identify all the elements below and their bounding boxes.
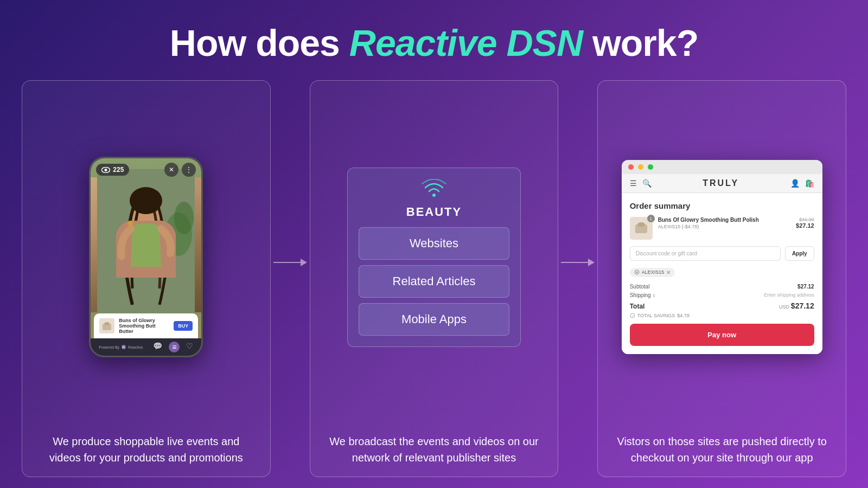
svg-point-10	[104, 322, 110, 325]
subtotal-value: $27.12	[797, 284, 814, 290]
shipping-row: Shipping ℹ Enter shipping address	[630, 292, 814, 298]
channel-mobile-apps: Mobile Apps	[359, 303, 509, 336]
close-btn[interactable]: ✕	[164, 163, 178, 177]
savings-label: TOTAL SAVINGS	[637, 313, 675, 318]
site-brand: TRULY	[657, 178, 785, 188]
discount-row: Discount code or gift card Apply	[630, 246, 814, 261]
browser-titlebar	[622, 160, 822, 174]
more-btn[interactable]: ⋮	[182, 163, 196, 177]
shipping-label: Shipping ℹ	[630, 292, 655, 298]
col3-description: Vistors on those sites are pushed direct…	[606, 433, 838, 466]
product-bar: Buns of Glowry Smoothing Butt Butter BUY	[94, 313, 198, 338]
coupon-code: ALEXIS15	[642, 269, 665, 275]
item-original-price: $31.90	[796, 217, 814, 222]
col2-panel: BEAUTY Websites Related Articles Mobile …	[310, 80, 559, 477]
product-thumbnail	[99, 318, 114, 333]
savings-value: $4.78	[677, 313, 690, 318]
header-prefix: How does	[170, 22, 349, 63]
woman-figure	[91, 177, 201, 312]
phone-bottom-bar: Powered By R Reactive 💬 ≡ ♡	[91, 338, 201, 356]
phone-top-bar: 225 ✕ ⋮	[91, 158, 201, 181]
window-minimize-dot	[638, 164, 643, 170]
item-quantity-badge: 1	[647, 215, 655, 222]
item-image: 1	[630, 217, 653, 240]
coupon-tag: ALEXIS15 ✕	[630, 268, 675, 277]
phone-container: 225 ✕ ⋮	[30, 92, 262, 422]
product-name: Buns of Glowry Smoothing Butt Butter	[119, 318, 169, 334]
svg-point-16	[637, 222, 645, 227]
browser-nav: ☰ 🔍 TRULY 👤 🛍️	[622, 174, 822, 193]
arrow-col2-col3	[558, 80, 597, 477]
item-details: Buns Of Glowry Smoothing Butt Polish ALE…	[658, 217, 790, 229]
eye-icon	[101, 167, 110, 173]
network-header: BEAUTY	[359, 179, 509, 219]
phone-action-icons: 💬 ≡ ♡	[153, 342, 193, 352]
category-label: BEAUTY	[406, 205, 462, 219]
buy-button[interactable]: BUY	[174, 321, 193, 331]
col2-description: We broadcast the events and videos on ou…	[318, 433, 550, 466]
subtotal-row: Subtotal $27.12	[630, 284, 814, 290]
phone-controls: ✕ ⋮	[164, 163, 196, 177]
savings-icon: ✓	[630, 313, 635, 318]
window-maximize-dot	[648, 164, 653, 170]
header: How does Reactive DSN work?	[0, 0, 868, 80]
svg-point-18	[636, 272, 637, 273]
total-value: $27.12	[791, 301, 814, 310]
main-content: 225 ✕ ⋮	[0, 80, 868, 488]
phone-mockup: 225 ✕ ⋮	[89, 157, 203, 357]
list-icon[interactable]: ≡	[169, 342, 180, 352]
col3-panel: ☰ 🔍 TRULY 👤 🛍️ Order summary 1	[597, 80, 846, 477]
window-close-dot	[628, 164, 634, 170]
shipping-value: Enter shipping address	[764, 292, 814, 298]
header-suffix: work?	[583, 22, 698, 63]
order-item: 1 Buns Of Glowry Smoothing Butt Polish A…	[630, 217, 814, 240]
reactive-logo-icon: R	[121, 344, 126, 350]
network-inner: BEAUTY Websites Related Articles Mobile …	[318, 92, 550, 422]
col1-description: We produce shoppable live events and vid…	[30, 433, 262, 466]
item-price-block: $31.90 $27.12	[796, 217, 814, 229]
total-value-block: USD $27.12	[779, 301, 814, 310]
network-box: BEAUTY Websites Related Articles Mobile …	[347, 168, 521, 347]
item-discounted-price: $27.12	[796, 222, 814, 229]
order-title: Order summary	[630, 201, 814, 210]
item-code: ALEXIS15 (-$4.78)	[658, 224, 790, 229]
order-content: Order summary 1 Buns Of Glowry Smoothing	[622, 193, 822, 354]
svg-point-4	[174, 202, 194, 234]
checkout-container: ☰ 🔍 TRULY 👤 🛍️ Order summary 1	[606, 92, 838, 422]
total-label: Total	[630, 303, 645, 310]
apply-button[interactable]: Apply	[785, 246, 814, 261]
col1-panel: 225 ✕ ⋮	[22, 80, 271, 477]
svg-point-1	[105, 169, 107, 171]
item-name: Buns Of Glowry Smoothing Butt Polish	[658, 217, 790, 223]
nav-user-icon[interactable]: 👤	[790, 179, 800, 188]
nav-icons: 👤 🛍️	[790, 179, 814, 188]
svg-text:R: R	[123, 345, 125, 349]
channel-articles: Related Articles	[359, 265, 509, 298]
arrow-col1-col2	[271, 80, 310, 477]
channel-websites: Websites	[359, 227, 509, 260]
total-row: Total USD $27.12	[630, 301, 814, 310]
nav-search-icon[interactable]: 🔍	[642, 179, 652, 188]
header-brand: Reactive DSN	[349, 22, 583, 63]
chat-icon[interactable]: 💬	[153, 342, 162, 352]
svg-point-13	[432, 194, 436, 197]
coupon-remove-icon[interactable]: ✕	[666, 269, 671, 275]
view-count: 225	[113, 166, 124, 174]
shipping-info-icon: ℹ	[653, 293, 655, 298]
subtotal-label: Subtotal	[630, 284, 650, 290]
broadcast-icon	[420, 179, 448, 201]
pay-now-button[interactable]: Pay now	[630, 324, 814, 346]
svg-point-6	[130, 187, 162, 214]
browser-window: ☰ 🔍 TRULY 👤 🛍️ Order summary 1	[622, 160, 822, 354]
discount-input[interactable]: Discount code or gift card	[630, 246, 781, 261]
coupon-icon	[634, 269, 640, 275]
savings-row: ✓ TOTAL SAVINGS $4.78	[630, 313, 814, 318]
phone-views-badge: 225	[96, 164, 129, 176]
svg-text:✓: ✓	[631, 314, 634, 318]
total-currency: USD	[779, 304, 789, 310]
heart-icon[interactable]: ♡	[186, 342, 193, 352]
powered-by: Powered By R Reactive	[99, 344, 143, 350]
nav-menu-icon[interactable]: ☰	[630, 179, 637, 188]
nav-bag-icon[interactable]: 🛍️	[805, 179, 814, 188]
